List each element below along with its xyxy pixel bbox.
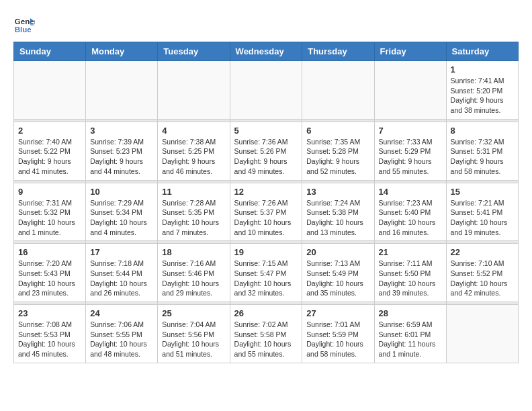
day-info: Sunrise: 7:31 AM Sunset: 5:32 PM Dayligh… bbox=[18, 198, 81, 238]
day-cell: 28Sunrise: 6:59 AM Sunset: 6:01 PM Dayli… bbox=[374, 305, 446, 363]
day-number: 16 bbox=[18, 247, 81, 257]
day-cell: 4Sunrise: 7:38 AM Sunset: 5:25 PM Daylig… bbox=[158, 122, 230, 180]
header-row: SundayMondayTuesdayWednesdayThursdayFrid… bbox=[14, 42, 519, 61]
day-cell: 19Sunrise: 7:15 AM Sunset: 5:47 PM Dayli… bbox=[230, 244, 302, 302]
day-cell: 21Sunrise: 7:11 AM Sunset: 5:50 PM Dayli… bbox=[374, 244, 446, 302]
day-info: Sunrise: 7:23 AM Sunset: 5:40 PM Dayligh… bbox=[379, 198, 442, 238]
day-info: Sunrise: 7:39 AM Sunset: 5:23 PM Dayligh… bbox=[90, 137, 153, 177]
day-header-monday: Monday bbox=[86, 42, 158, 61]
day-info: Sunrise: 7:11 AM Sunset: 5:50 PM Dayligh… bbox=[379, 259, 442, 298]
day-number: 10 bbox=[90, 187, 153, 197]
day-cell: 7Sunrise: 7:33 AM Sunset: 5:29 PM Daylig… bbox=[374, 122, 446, 180]
day-number: 8 bbox=[451, 126, 514, 136]
day-info: Sunrise: 7:21 AM Sunset: 5:41 PM Dayligh… bbox=[451, 198, 514, 238]
day-number: 22 bbox=[451, 247, 514, 257]
day-cell bbox=[446, 305, 518, 363]
day-number: 14 bbox=[379, 187, 442, 197]
day-header-tuesday: Tuesday bbox=[158, 42, 230, 61]
day-number: 26 bbox=[234, 308, 298, 318]
day-number: 4 bbox=[162, 126, 225, 136]
day-info: Sunrise: 7:36 AM Sunset: 5:26 PM Dayligh… bbox=[234, 137, 298, 177]
day-number: 6 bbox=[306, 126, 369, 136]
day-cell bbox=[86, 61, 158, 120]
day-number: 19 bbox=[234, 247, 298, 257]
day-number: 24 bbox=[90, 308, 153, 318]
day-number: 13 bbox=[306, 187, 369, 197]
day-cell: 5Sunrise: 7:36 AM Sunset: 5:26 PM Daylig… bbox=[230, 122, 302, 180]
logo: General Blue bbox=[13, 13, 40, 35]
day-cell: 2Sunrise: 7:40 AM Sunset: 5:22 PM Daylig… bbox=[14, 122, 86, 180]
day-cell bbox=[14, 61, 86, 120]
day-number: 5 bbox=[234, 126, 298, 136]
logo-icon: General Blue bbox=[13, 13, 35, 35]
day-info: Sunrise: 7:16 AM Sunset: 5:46 PM Dayligh… bbox=[162, 259, 225, 298]
day-header-wednesday: Wednesday bbox=[230, 42, 302, 61]
day-cell bbox=[230, 61, 302, 120]
day-cell: 25Sunrise: 7:04 AM Sunset: 5:56 PM Dayli… bbox=[158, 305, 230, 363]
day-number: 18 bbox=[162, 247, 225, 257]
week-row-3: 9Sunrise: 7:31 AM Sunset: 5:32 PM Daylig… bbox=[14, 183, 519, 241]
day-header-saturday: Saturday bbox=[446, 42, 518, 61]
day-cell: 13Sunrise: 7:24 AM Sunset: 5:38 PM Dayli… bbox=[302, 183, 374, 241]
day-info: Sunrise: 7:06 AM Sunset: 5:55 PM Dayligh… bbox=[90, 320, 153, 359]
day-cell: 26Sunrise: 7:02 AM Sunset: 5:58 PM Dayli… bbox=[230, 305, 302, 363]
day-number: 17 bbox=[90, 247, 153, 257]
day-number: 12 bbox=[234, 187, 298, 197]
day-cell: 12Sunrise: 7:26 AM Sunset: 5:37 PM Dayli… bbox=[230, 183, 302, 241]
day-cell: 6Sunrise: 7:35 AM Sunset: 5:28 PM Daylig… bbox=[302, 122, 374, 180]
day-number: 27 bbox=[306, 308, 369, 318]
day-number: 2 bbox=[18, 126, 81, 136]
day-number: 25 bbox=[162, 308, 225, 318]
day-number: 7 bbox=[379, 126, 442, 136]
calendar-table: SundayMondayTuesdayWednesdayThursdayFrid… bbox=[13, 42, 519, 363]
day-number: 9 bbox=[18, 187, 81, 197]
day-number: 15 bbox=[451, 187, 514, 197]
week-row-1: 1Sunrise: 7:41 AM Sunset: 5:20 PM Daylig… bbox=[14, 61, 519, 120]
day-info: Sunrise: 7:01 AM Sunset: 5:59 PM Dayligh… bbox=[306, 320, 369, 359]
day-number: 21 bbox=[379, 247, 442, 257]
day-cell bbox=[302, 61, 374, 120]
day-info: Sunrise: 7:10 AM Sunset: 5:52 PM Dayligh… bbox=[451, 259, 514, 298]
day-cell: 27Sunrise: 7:01 AM Sunset: 5:59 PM Dayli… bbox=[302, 305, 374, 363]
svg-text:Blue: Blue bbox=[15, 26, 32, 34]
day-cell: 11Sunrise: 7:28 AM Sunset: 5:35 PM Dayli… bbox=[158, 183, 230, 241]
day-info: Sunrise: 7:40 AM Sunset: 5:22 PM Dayligh… bbox=[18, 137, 81, 177]
day-number: 28 bbox=[379, 308, 442, 318]
day-cell: 9Sunrise: 7:31 AM Sunset: 5:32 PM Daylig… bbox=[14, 183, 86, 241]
day-info: Sunrise: 7:38 AM Sunset: 5:25 PM Dayligh… bbox=[162, 137, 225, 177]
day-header-sunday: Sunday bbox=[14, 42, 86, 61]
day-cell: 15Sunrise: 7:21 AM Sunset: 5:41 PM Dayli… bbox=[446, 183, 518, 241]
day-cell bbox=[374, 61, 446, 120]
week-row-2: 2Sunrise: 7:40 AM Sunset: 5:22 PM Daylig… bbox=[14, 122, 519, 180]
day-cell: 17Sunrise: 7:18 AM Sunset: 5:44 PM Dayli… bbox=[86, 244, 158, 302]
day-cell: 10Sunrise: 7:29 AM Sunset: 5:34 PM Dayli… bbox=[86, 183, 158, 241]
day-info: Sunrise: 7:24 AM Sunset: 5:38 PM Dayligh… bbox=[306, 198, 369, 238]
day-info: Sunrise: 7:41 AM Sunset: 5:20 PM Dayligh… bbox=[451, 76, 514, 116]
day-cell: 3Sunrise: 7:39 AM Sunset: 5:23 PM Daylig… bbox=[86, 122, 158, 180]
day-info: Sunrise: 7:18 AM Sunset: 5:44 PM Dayligh… bbox=[90, 259, 153, 298]
day-cell: 14Sunrise: 7:23 AM Sunset: 5:40 PM Dayli… bbox=[374, 183, 446, 241]
day-cell: 16Sunrise: 7:20 AM Sunset: 5:43 PM Dayli… bbox=[14, 244, 86, 302]
day-info: Sunrise: 7:15 AM Sunset: 5:47 PM Dayligh… bbox=[234, 259, 298, 298]
day-cell: 23Sunrise: 7:08 AM Sunset: 5:53 PM Dayli… bbox=[14, 305, 86, 363]
day-info: Sunrise: 7:04 AM Sunset: 5:56 PM Dayligh… bbox=[162, 320, 225, 359]
day-cell: 20Sunrise: 7:13 AM Sunset: 5:49 PM Dayli… bbox=[302, 244, 374, 302]
day-info: Sunrise: 7:26 AM Sunset: 5:37 PM Dayligh… bbox=[234, 198, 298, 238]
day-header-friday: Friday bbox=[374, 42, 446, 61]
day-number: 20 bbox=[306, 247, 369, 257]
day-info: Sunrise: 6:59 AM Sunset: 6:01 PM Dayligh… bbox=[379, 320, 442, 359]
day-cell: 18Sunrise: 7:16 AM Sunset: 5:46 PM Dayli… bbox=[158, 244, 230, 302]
day-info: Sunrise: 7:02 AM Sunset: 5:58 PM Dayligh… bbox=[234, 320, 298, 359]
day-number: 11 bbox=[162, 187, 225, 197]
day-cell: 24Sunrise: 7:06 AM Sunset: 5:55 PM Dayli… bbox=[86, 305, 158, 363]
day-info: Sunrise: 7:20 AM Sunset: 5:43 PM Dayligh… bbox=[18, 259, 81, 298]
day-header-thursday: Thursday bbox=[302, 42, 374, 61]
day-info: Sunrise: 7:33 AM Sunset: 5:29 PM Dayligh… bbox=[379, 137, 442, 177]
week-row-4: 16Sunrise: 7:20 AM Sunset: 5:43 PM Dayli… bbox=[14, 244, 519, 302]
day-cell bbox=[158, 61, 230, 120]
day-info: Sunrise: 7:08 AM Sunset: 5:53 PM Dayligh… bbox=[18, 320, 81, 359]
header: General Blue bbox=[13, 13, 519, 35]
week-row-5: 23Sunrise: 7:08 AM Sunset: 5:53 PM Dayli… bbox=[14, 305, 519, 363]
day-number: 3 bbox=[90, 126, 153, 136]
day-info: Sunrise: 7:13 AM Sunset: 5:49 PM Dayligh… bbox=[306, 259, 369, 298]
